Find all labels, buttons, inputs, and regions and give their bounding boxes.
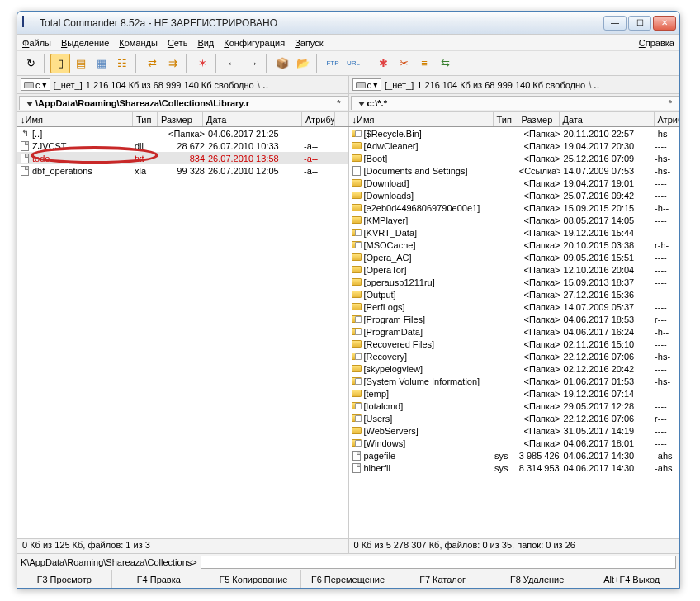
favorite-icon[interactable]: * <box>669 98 672 108</box>
drive-icon <box>24 82 34 88</box>
titlebar[interactable]: Total Commander 8.52a - НЕ ЗАРЕГИСТРИРОВ… <box>17 12 679 35</box>
file-row[interactable]: [PerfLogs]<Папка>14.07.2009 05:37---- <box>349 300 680 313</box>
folder-system-icon <box>351 376 362 386</box>
fkey-f6[interactable]: F6 Перемещение <box>301 570 396 588</box>
file-row[interactable]: [Download]<Папка>19.04.2017 19:01---- <box>349 177 680 189</box>
file-row[interactable]: [Output]<Папка>27.12.2016 15:36---- <box>349 288 680 300</box>
tab-left-path[interactable]: \AppData\Roaming\Shareaza\Collections\Li… <box>19 96 348 110</box>
file-row[interactable]: [AdwCleaner]<Папка>19.04.2017 20:30---- <box>349 140 680 152</box>
invert-icon[interactable]: ✶ <box>192 54 212 73</box>
fkey-f8[interactable]: F8 Удаление <box>490 570 585 588</box>
ftp-icon[interactable]: FTP <box>323 54 343 73</box>
menu-selection[interactable]: Выделение <box>61 38 109 48</box>
file-row[interactable]: [WebServers]<Папка>31.05.2017 14:19---- <box>349 424 680 437</box>
pack-icon[interactable]: 📦 <box>272 54 292 73</box>
maximize-button[interactable]: ☐ <box>628 16 651 31</box>
swap-panels-icon[interactable]: ⇄ <box>142 54 162 73</box>
sync-icon[interactable]: ⇆ <box>435 54 455 73</box>
file-row[interactable]: [Documents and Settings]<Ссылка>14.07.20… <box>349 164 680 177</box>
file-row[interactable]: [Downloads]<Папка>25.07.2016 09:42---- <box>349 189 680 201</box>
drive-nav-left[interactable]: \ ‥ <box>258 79 268 90</box>
file-row[interactable]: [temp]<Папка>19.12.2016 07:14---- <box>349 387 680 400</box>
file-row[interactable]: [System Volume Information]<Папка>01.06.… <box>349 375 680 387</box>
view-tree-icon[interactable]: ☷ <box>112 54 132 73</box>
notepad-icon[interactable]: ✱ <box>373 54 393 73</box>
split-icon[interactable]: ✂ <box>394 54 414 73</box>
file-row[interactable]: [..]<Папка>04.06.2017 21:25---- <box>17 127 348 140</box>
file-row[interactable]: [e2eb0d44968069790e00e1]<Папка>15.09.201… <box>349 201 680 214</box>
back-icon[interactable]: ← <box>222 54 242 73</box>
compare-icon[interactable]: ≡ <box>414 54 434 73</box>
file-name: [totalcmd] <box>364 401 494 411</box>
left-pane[interactable]: [..]<Папка>04.06.2017 21:25----ZJVCSTdll… <box>17 127 348 538</box>
drive-nav-right[interactable]: \ ‥ <box>589 79 599 90</box>
tab-right-path[interactable]: c:\*.** <box>351 96 680 110</box>
file-row[interactable]: pagefilesys3 985 426 68804.06.2017 14:30… <box>349 449 680 461</box>
column-size[interactable]: Размер <box>158 112 203 126</box>
column-attr[interactable]: Атрибу <box>302 112 335 126</box>
view-thumbs-icon[interactable]: ▦ <box>92 54 111 73</box>
column-name[interactable]: ↓Имя <box>17 112 133 126</box>
forward-icon[interactable]: → <box>243 54 262 73</box>
column-size[interactable]: Размер <box>518 112 560 126</box>
column-date[interactable]: Дата <box>203 112 302 126</box>
menu-files[interactable]: Файлы <box>22 38 51 48</box>
refresh-icon[interactable]: ↻ <box>21 54 40 73</box>
fkey-f4[interactable]: F4 Правка <box>112 570 207 588</box>
file-row[interactable]: [KMPlayer]<Папка>08.05.2017 14:05---- <box>349 214 680 226</box>
minimize-button[interactable]: — <box>603 16 627 31</box>
file-row[interactable]: [Recovery]<Папка>22.12.2016 07:06-hs- <box>349 350 680 362</box>
file-attr: ---- <box>655 290 679 300</box>
command-input[interactable] <box>201 556 676 569</box>
file-row[interactable]: [Recovered Files]<Папка>02.11.2016 15:10… <box>349 338 680 350</box>
file-row[interactable]: [KVRT_Data]<Папка>19.12.2016 15:44---- <box>349 226 680 239</box>
column-attr[interactable]: Атрибу <box>655 112 679 126</box>
file-attr: -hs- <box>655 129 679 139</box>
menu-net[interactable]: Сеть <box>168 38 187 48</box>
drive-selector-right[interactable]: c ▾ <box>352 78 382 91</box>
file-name: [..] <box>32 129 135 139</box>
unpack-icon[interactable]: 📂 <box>293 54 313 73</box>
file-row[interactable]: [ProgramData]<Папка>04.06.2017 16:24-h-- <box>349 325 680 338</box>
file-row[interactable]: [Users]<Папка>22.12.2016 07:06r--- <box>349 412 680 424</box>
right-pane[interactable]: [$Recycle.Bin]<Папка>20.11.2010 22:57-hs… <box>348 127 680 538</box>
drive-selector-left[interactable]: c ▾ <box>21 78 50 91</box>
menu-commands[interactable]: Команды <box>119 38 158 48</box>
close-button[interactable]: ✕ <box>653 16 676 31</box>
folder-system-icon <box>351 240 362 250</box>
view-full-icon[interactable]: ▤ <box>71 54 91 73</box>
folder-system-icon <box>351 414 362 424</box>
fkey-altf4[interactable]: Alt+F4 Выход <box>584 570 679 588</box>
fkey-f5[interactable]: F5 Копирование <box>206 570 301 588</box>
file-row[interactable]: todotxt83426.07.2010 13:58-a-- <box>17 152 348 164</box>
file-row[interactable]: ZJVCSTdll28 67226.07.2010 10:33-a-- <box>17 140 348 152</box>
column-name[interactable]: ↓Имя <box>349 112 494 126</box>
fkey-f3[interactable]: F3 Просмотр <box>17 570 112 588</box>
file-row[interactable]: [totalcmd]<Папка>29.05.2017 12:28---- <box>349 400 680 412</box>
menu-help[interactable]: Справка <box>639 38 674 48</box>
column-ext[interactable]: Тип <box>133 112 158 126</box>
url-icon[interactable]: URL <box>343 54 363 73</box>
file-row[interactable]: [Boot]<Папка>25.12.2016 07:09-hs- <box>349 152 680 164</box>
menu-run[interactable]: Запуск <box>295 38 323 48</box>
file-row[interactable]: dbf_operationsxla99 32826.07.2010 12:05-… <box>17 164 348 177</box>
file-row[interactable]: [skypelogview]<Папка>02.12.2016 20:42---… <box>349 362 680 375</box>
menu-config[interactable]: Конфигурация <box>224 38 285 48</box>
favorite-icon[interactable]: * <box>337 98 340 108</box>
file-row[interactable]: [Windows]<Папка>04.06.2017 18:01---- <box>349 437 680 449</box>
file-row[interactable]: [MSOCache]<Папка>20.10.2015 03:38r-h- <box>349 239 680 251</box>
target-equal-icon[interactable]: ⇉ <box>163 54 182 73</box>
file-row[interactable]: [operausb1211ru]<Папка>15.09.2013 18:37-… <box>349 276 680 288</box>
file-size: <Папка> <box>519 414 560 424</box>
column-date[interactable]: Дата <box>560 112 655 126</box>
fkey-f7[interactable]: F7 Каталог <box>395 570 490 588</box>
view-brief-icon[interactable]: ▯ <box>50 54 70 73</box>
file-row[interactable]: hiberfilsys8 314 953 98404.06.2017 14:30… <box>349 461 680 474</box>
file-row[interactable]: [OperaTor]<Папка>12.10.2016 20:04---- <box>349 263 680 276</box>
main-window: Total Commander 8.52a - НЕ ЗАРЕГИСТРИРОВ… <box>17 11 680 589</box>
file-row[interactable]: [Program Files]<Папка>04.06.2017 18:53r-… <box>349 313 680 325</box>
menu-view[interactable]: Вид <box>197 38 214 48</box>
column-ext[interactable]: Тип <box>494 112 518 126</box>
file-row[interactable]: [$Recycle.Bin]<Папка>20.11.2010 22:57-hs… <box>349 127 680 140</box>
file-row[interactable]: [Opera_AC]<Папка>09.05.2016 15:51---- <box>349 251 680 263</box>
